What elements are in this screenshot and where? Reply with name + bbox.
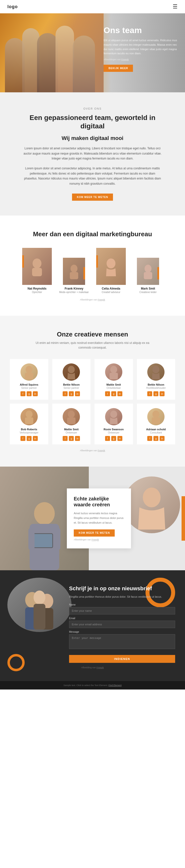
- svg-point-15: [68, 410, 75, 418]
- avatar-mattie2: [63, 408, 80, 425]
- accent-bar: [83, 267, 85, 279]
- team-name-frank: Frank Kinney: [65, 287, 83, 290]
- avatar-alfred: [21, 363, 38, 381]
- value-cta-button[interactable]: KOM MEER TE WETEN: [74, 530, 115, 537]
- google-icon[interactable]: g: [111, 391, 116, 396]
- accent-bar: [22, 255, 24, 268]
- creative-card-0: Alfred Squires Senior partner f g in: [10, 359, 48, 400]
- social-icons-2: f g in: [105, 391, 122, 396]
- message-label: Message: [69, 630, 175, 633]
- creative-name-1: Bettie Nilson: [63, 383, 80, 386]
- logo: logo: [7, 4, 18, 9]
- creative-card-5: Mattie Smit Ontwerper f g in: [52, 404, 91, 444]
- linkedin-icon[interactable]: in: [160, 391, 164, 396]
- google-icon[interactable]: g: [69, 436, 74, 441]
- creative-role-2: Ontwikkelaar: [106, 386, 121, 389]
- team-name-mark: Mark Smit: [141, 287, 155, 290]
- hero-body: Elit ut aliquam purus sit amet luctus ve…: [103, 38, 178, 56]
- creative-role-1: Senior partner: [64, 386, 79, 389]
- team-card-frank: Frank Kinney Mede-oprichter + makelaar: [58, 258, 90, 293]
- svg-point-9: [68, 366, 75, 373]
- creative-role-7: Consultant: [150, 431, 162, 434]
- svg-point-10: [110, 366, 117, 373]
- menu-button[interactable]: ☰: [173, 3, 178, 10]
- facebook-icon[interactable]: f: [63, 391, 68, 396]
- google-icon[interactable]: g: [69, 391, 74, 396]
- accent-bar: [157, 267, 159, 279]
- svg-rect-1: [32, 268, 42, 276]
- creative-role-3: Hoofdboekhouder: [146, 386, 166, 389]
- linkedin-icon[interactable]: in: [160, 436, 164, 441]
- svg-rect-8: [25, 373, 33, 379]
- creative-name-7: Adriaan schold: [146, 428, 166, 431]
- avatar-bob: [21, 408, 38, 425]
- svg-point-7: [26, 366, 33, 373]
- hero-credit: Afbeeldingen van Freepik: [103, 58, 178, 61]
- google-icon[interactable]: g: [27, 436, 32, 441]
- creative-card-7: Adriaan schold Consultant f g in: [137, 404, 175, 444]
- email-input[interactable]: [69, 621, 175, 628]
- creative-name-3: Bettie Nilson: [148, 383, 164, 386]
- newsletter-subtitle: Ringilla urna porttitor rhoncus dolor pu…: [69, 595, 175, 599]
- name-input[interactable]: [69, 607, 175, 615]
- google-icon[interactable]: g: [153, 391, 158, 396]
- svg-rect-11: [110, 373, 118, 379]
- email-label: Email: [69, 617, 175, 620]
- svg-point-31: [34, 591, 45, 604]
- svg-rect-6: [144, 272, 152, 279]
- svg-point-26: [143, 488, 161, 507]
- facebook-icon[interactable]: f: [147, 436, 152, 441]
- value-body: Amet luctus venenatis lectus magna Ringi…: [74, 511, 124, 525]
- form-group-message: Message: [69, 630, 175, 650]
- about-cta-button[interactable]: KOM MEER TE WETEN: [72, 193, 113, 201]
- svg-point-0: [33, 258, 41, 268]
- linkedin-icon[interactable]: in: [117, 436, 122, 441]
- svg-rect-19: [152, 417, 160, 424]
- footer-text: Sample text. Click to select the Text El…: [7, 684, 178, 687]
- linkedin-icon[interactable]: in: [33, 391, 38, 396]
- value-card: Echte zakelijke waarde creëren Amet luct…: [67, 489, 131, 549]
- svg-point-12: [152, 366, 159, 373]
- creative-name-6: Roxie Swanson: [103, 428, 124, 431]
- form-group-name: Name: [69, 603, 175, 615]
- facebook-icon[interactable]: f: [21, 436, 25, 441]
- facebook-icon[interactable]: f: [147, 391, 152, 396]
- facebook-icon[interactable]: f: [105, 391, 110, 396]
- hero-cta-button[interactable]: BEKIJK MEER: [103, 65, 133, 72]
- svg-rect-32: [34, 604, 45, 629]
- linkedin-icon[interactable]: in: [33, 436, 38, 441]
- svg-rect-16: [67, 417, 75, 424]
- about-heading: Een gepassioneerd team, geworteld in dig…: [20, 114, 165, 130]
- facebook-icon[interactable]: f: [105, 436, 110, 441]
- svg-rect-3: [70, 272, 78, 279]
- facebook-icon[interactable]: f: [21, 391, 25, 396]
- svg-point-13: [26, 410, 33, 418]
- creative-card-3: Bettie Nilson Hoofdboekhouder f g in: [137, 359, 175, 400]
- hero-content: Ons team Elit ut aliquam purus sit amet …: [103, 26, 178, 72]
- creative-name-5: Mattie Smit: [64, 428, 79, 431]
- marketing-heading: Meer dan een digitaal marketingbureau: [10, 230, 175, 238]
- social-icons-1: f g in: [63, 391, 80, 396]
- submit-button[interactable]: INDIENEN: [69, 655, 175, 663]
- team-name-nat: Nat Reynolds: [28, 287, 47, 290]
- avatar-bettie2: [147, 363, 164, 381]
- facebook-icon[interactable]: f: [63, 436, 68, 441]
- decorative-circle-small: [7, 654, 25, 671]
- linkedin-icon[interactable]: in: [117, 391, 122, 396]
- message-input[interactable]: [69, 634, 175, 649]
- svg-point-17: [110, 410, 117, 418]
- google-icon[interactable]: g: [27, 391, 32, 396]
- linkedin-icon[interactable]: in: [75, 391, 80, 396]
- svg-point-20: [34, 502, 55, 525]
- google-icon[interactable]: g: [111, 436, 116, 441]
- social-icons-7: f g in: [147, 436, 164, 441]
- linkedin-icon[interactable]: in: [75, 436, 80, 441]
- creative-grid: Alfred Squires Senior partner f g in Bet…: [10, 359, 175, 444]
- google-icon[interactable]: g: [153, 436, 158, 441]
- accent-bar: [96, 255, 98, 268]
- svg-rect-25: [54, 528, 60, 550]
- creative-role-4: Verkoopmanager: [20, 431, 38, 434]
- hero-section: Ons team Elit ut aliquam purus sit amet …: [0, 13, 185, 92]
- value-section: Echte zakelijke waarde creëren Amet luct…: [0, 467, 185, 570]
- footer: Sample text. Click to select the Text El…: [0, 681, 185, 689]
